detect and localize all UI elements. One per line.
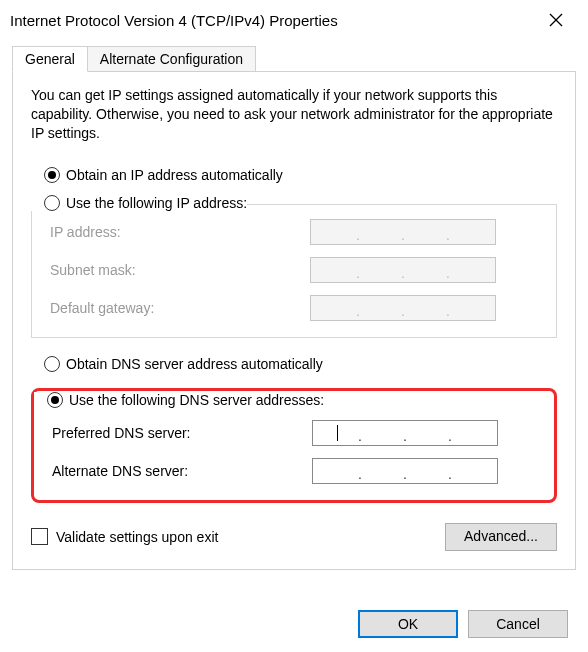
preferred-dns-input[interactable]: . . . bbox=[312, 420, 498, 446]
radio-use-dns-manual-label: Use the following DNS server addresses: bbox=[69, 392, 324, 408]
validate-settings-label: Validate settings upon exit bbox=[56, 529, 218, 545]
ipv4-properties-dialog: Internet Protocol Version 4 (TCP/IPv4) P… bbox=[0, 0, 588, 652]
radio-obtain-dns-auto[interactable] bbox=[44, 356, 60, 372]
text-caret bbox=[337, 425, 338, 441]
tab-alternate-configuration[interactable]: Alternate Configuration bbox=[87, 46, 256, 71]
dns-manual-highlight: Use the following DNS server addresses: … bbox=[31, 388, 557, 503]
titlebar: Internet Protocol Version 4 (TCP/IPv4) P… bbox=[0, 0, 588, 40]
dns-fieldset: Preferred DNS server: . . . Alternate DN… bbox=[34, 412, 554, 500]
tab-strip: General Alternate Configuration bbox=[12, 46, 576, 71]
radio-obtain-ip-auto[interactable] bbox=[44, 167, 60, 183]
tab-panel-general: You can get IP settings assigned automat… bbox=[12, 71, 576, 570]
subnet-mask-label: Subnet mask: bbox=[50, 262, 310, 278]
dialog-content: General Alternate Configuration You can … bbox=[0, 40, 588, 582]
default-gateway-input: . . . bbox=[310, 295, 496, 321]
radio-obtain-dns-auto-label: Obtain DNS server address automatically bbox=[66, 356, 323, 372]
validate-settings-checkbox[interactable] bbox=[31, 528, 48, 545]
advanced-button[interactable]: Advanced... bbox=[445, 523, 557, 551]
dialog-buttons: OK Cancel bbox=[358, 610, 568, 638]
close-button[interactable] bbox=[533, 5, 578, 35]
close-icon bbox=[549, 13, 563, 27]
preferred-dns-label: Preferred DNS server: bbox=[52, 425, 312, 441]
default-gateway-label: Default gateway: bbox=[50, 300, 310, 316]
cancel-button[interactable]: Cancel bbox=[468, 610, 568, 638]
ip-fieldset: IP address: . . . Subnet mask: . . bbox=[31, 204, 557, 338]
radio-use-ip-manual-label: Use the following IP address: bbox=[66, 195, 247, 211]
radio-use-dns-manual[interactable] bbox=[47, 392, 63, 408]
subnet-mask-input: . . . bbox=[310, 257, 496, 283]
ok-button[interactable]: OK bbox=[358, 610, 458, 638]
radio-use-ip-manual[interactable] bbox=[44, 195, 60, 211]
ip-address-input: . . . bbox=[310, 219, 496, 245]
alternate-dns-label: Alternate DNS server: bbox=[52, 463, 312, 479]
alternate-dns-input[interactable]: . . . bbox=[312, 458, 498, 484]
ip-address-label: IP address: bbox=[50, 224, 310, 240]
intro-text: You can get IP settings assigned automat… bbox=[31, 86, 557, 143]
tab-general[interactable]: General bbox=[12, 46, 88, 72]
footer-row: Validate settings upon exit Advanced... bbox=[31, 523, 557, 551]
radio-obtain-ip-auto-label: Obtain an IP address automatically bbox=[66, 167, 283, 183]
window-title: Internet Protocol Version 4 (TCP/IPv4) P… bbox=[10, 12, 533, 29]
